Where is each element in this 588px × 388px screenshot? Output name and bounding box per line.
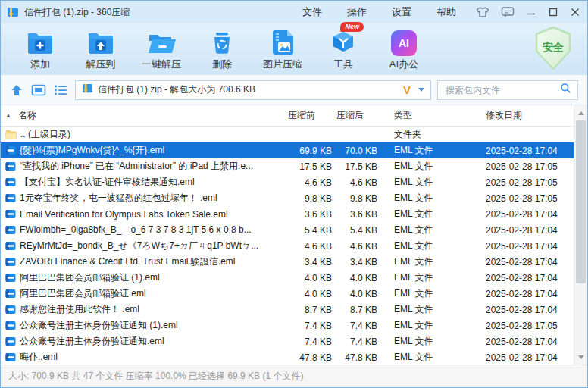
table-row[interactable]: Email Verification for Olympus Labs Toke… (1, 206, 575, 222)
table-row[interactable]: 【支付宝】实名认证-证件审核结果通知.eml4.6 KB4.6 KBEML 文件… (1, 174, 575, 190)
file-name: 1元夺宝年终奖，屯一波猛烈的红包过塚年！ .eml (20, 192, 217, 205)
ai-office-icon: AI (391, 27, 417, 56)
size-after: 4.6 KB (336, 177, 385, 188)
file-name: “查找我的 iPhone” 已在 “Administrator” 的 iPad … (20, 160, 253, 173)
file-type: EML 文件 (385, 160, 481, 173)
size-after: 4.0 KB (336, 273, 385, 283)
scroll-up-icon[interactable] (574, 107, 587, 119)
table-row[interactable]: “查找我的 iPhone” 已在 “Administrator” 的 iPad … (1, 158, 575, 174)
date-modified: 2025-02-28 17:05 (481, 177, 575, 188)
folder-icon (5, 130, 17, 140)
one-click-extract-button[interactable]: 一键解压 (131, 27, 192, 71)
eml-icon (5, 193, 16, 203)
size-after: 4.0 KB (336, 289, 385, 299)
add-label: 添加 (30, 58, 50, 71)
size-before: 4.6 KB (277, 177, 336, 188)
maximize-button[interactable] (549, 8, 558, 17)
search-icon[interactable] (560, 83, 571, 97)
tools-label: 工具 (333, 58, 353, 71)
table-row[interactable]: 阿里巴巴集团会员邮箱验证.eml4.0 KB4.0 KBEML 文件2025-0… (1, 286, 575, 302)
size-before: 4.0 KB (277, 273, 336, 283)
date-modified: 2025-02-28 17:04 (481, 273, 575, 283)
menu-file[interactable]: 文件 (302, 5, 322, 19)
close-button[interactable] (571, 8, 580, 17)
skin-theme-icon[interactable] (476, 6, 489, 18)
open-folder-icon (145, 27, 177, 56)
date-modified: 2025-02-28 17:04 (481, 209, 575, 220)
size-after: 70.0 KB (336, 146, 385, 156)
extract-to-button[interactable]: 解压到 (70, 27, 131, 71)
eml-icon (5, 289, 16, 299)
list-view-button[interactable] (54, 84, 67, 96)
file-type: EML 文件 (385, 144, 481, 157)
thumbnail-view-button[interactable] (31, 84, 46, 96)
file-name: 感谢您注册使用此软件！ .eml (20, 303, 139, 316)
eml-icon (5, 209, 16, 219)
eml-icon (5, 146, 16, 155)
file-type: EML 文件 (385, 208, 481, 221)
up-level-button[interactable] (10, 84, 23, 96)
image-compress-label: 图片压缩 (263, 58, 302, 71)
size-before: 7.4 KB (277, 321, 336, 331)
file-list-area: ▲ 名称 压缩前 压缩后 类型 修改日期 .. (上级目录)文件夹{髮}%{票}… (1, 105, 587, 365)
table-row[interactable]: 晦仆..eml47.8 KB47.8 KBEML 文件2025-02-28 17… (1, 349, 575, 365)
table-row[interactable]: 感谢您注册使用此软件！ .eml8.7 KB8.7 KBEML 文件2025-0… (1, 302, 575, 318)
size-after: 9.8 KB (336, 193, 385, 204)
table-row[interactable]: {髮}%{票}MPgWnkv{贷}^_%{开}.eml69.9 KB70.0 K… (1, 142, 575, 158)
file-name: 阿里巴巴集团会员邮箱验证 (1).eml (20, 271, 160, 284)
search-input[interactable] (444, 84, 560, 96)
menu-settings[interactable]: 设置 (392, 5, 411, 19)
column-header-name[interactable]: ▲ 名称 (1, 109, 277, 122)
menu-action[interactable]: 操作 (347, 5, 367, 19)
size-before: 5.4 KB (277, 225, 336, 236)
add-button[interactable]: 添加 (10, 27, 70, 71)
feedback-icon[interactable] (501, 6, 514, 18)
table-row[interactable]: 1元夺宝年终奖，屯一波猛烈的红包过塚年！ .eml9.8 KB9.8 KBEML… (1, 190, 575, 206)
eml-icon (5, 305, 16, 314)
app-window: 信件打包 (1).zip - 360压缩 文件 操作 设置 帮助 (0, 0, 588, 388)
archive-path-field[interactable]: 信件打包 (1).zip - 解包大小为 700.6 KB V (75, 80, 431, 100)
tools-button[interactable]: New 工具 (313, 27, 374, 71)
table-row[interactable]: REyMrMtJd=_bondk_B_せ《7ろWち7+ㄉ厂ㄐq1P bWtㄅ..… (1, 238, 575, 254)
zip-archive-icon (7, 6, 19, 18)
add-folder-icon (25, 27, 55, 56)
size-after: 3.4 KB (336, 257, 385, 268)
file-type: EML 文件 (385, 255, 481, 268)
column-header-date[interactable]: 修改日期 (481, 109, 575, 122)
table-row[interactable]: 公众账号注册主体身份验证通知 (1).eml7.4 KB7.4 KBEML 文件… (1, 318, 575, 333)
delete-button[interactable]: 删除 (192, 27, 252, 71)
size-after: 7.4 KB (336, 336, 385, 347)
column-header-size-after[interactable]: 压缩后 (336, 109, 385, 122)
ai-office-button[interactable]: AI AI办公 (374, 27, 434, 71)
date-modified: 2025-02-28 17:04 (481, 257, 575, 268)
new-badge: New (340, 22, 364, 32)
date-modified: 2025-02-28 17:04 (481, 336, 575, 347)
table-row[interactable]: .. (上级目录)文件夹 (1, 127, 575, 142)
file-type: EML 文件 (385, 319, 481, 332)
scrollbar-thumb[interactable] (576, 120, 586, 283)
safety-badge[interactable]: 安全 (531, 26, 575, 74)
path-dropdown-icon[interactable] (418, 88, 424, 92)
trash-icon (209, 27, 235, 56)
date-modified: 2025-02-28 17:04 (481, 225, 575, 236)
eml-icon (5, 321, 16, 330)
table-row[interactable]: 公众账号注册主体身份验证通知.eml7.4 KB7.4 KBEML 文件2025… (1, 333, 575, 349)
file-type: EML 文件 (385, 239, 481, 252)
image-compress-button[interactable]: 图片压缩 (252, 27, 313, 71)
file-type: EML 文件 (385, 303, 481, 316)
size-before: 17.5 KB (277, 161, 336, 172)
file-name: 晦仆..eml (20, 351, 58, 364)
eml-icon (5, 225, 16, 235)
ai-office-label: AI办公 (389, 58, 418, 71)
table-row[interactable]: ZAVORi Finance & Credit Ltd. Trust Email… (1, 254, 575, 270)
table-row[interactable]: FWloimbh=_0lga8bfk_B_ o_6 7 3 7 8 3 1jT … (1, 222, 575, 238)
vertical-scrollbar[interactable] (574, 105, 587, 365)
file-name: {髮}%{票}MPgWnkv{贷}^_%{开}.eml (20, 144, 164, 157)
table-row[interactable]: 阿里巴巴集团会员邮箱验证 (1).eml4.0 KB4.0 KBEML 文件20… (1, 270, 575, 286)
eml-icon (5, 336, 16, 346)
column-header-size-before[interactable]: 压缩前 (277, 109, 336, 122)
column-header-type[interactable]: 类型 (385, 109, 481, 122)
menu-help[interactable]: 帮助 (436, 5, 456, 19)
minimize-button[interactable] (527, 8, 536, 17)
scroll-down-icon[interactable] (574, 351, 587, 363)
